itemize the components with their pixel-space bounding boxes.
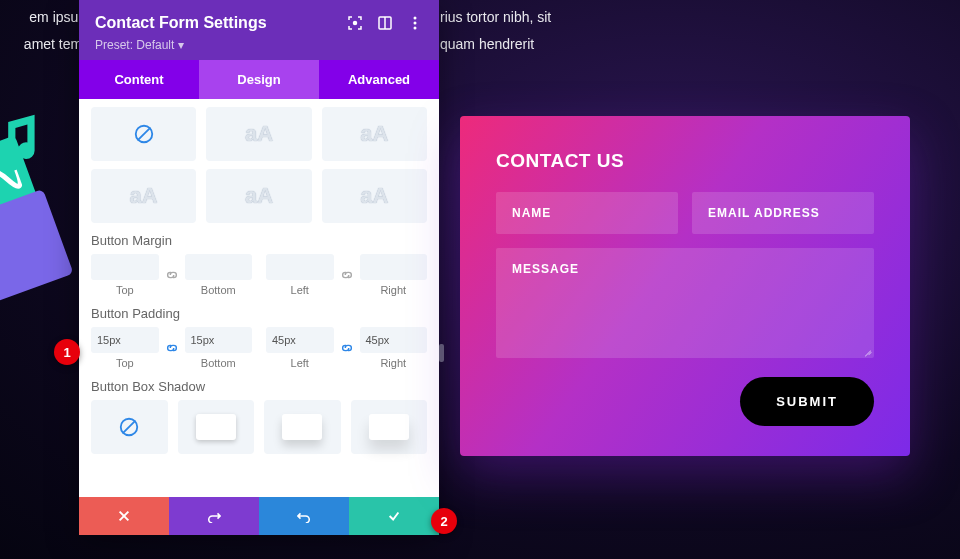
message-field[interactable]: MESSAGE xyxy=(496,248,874,358)
undo-button[interactable] xyxy=(169,497,259,535)
padding-top-input[interactable]: 15px xyxy=(91,327,159,353)
padding-left-input[interactable]: 45px xyxy=(266,327,334,353)
label-top: Top xyxy=(91,357,159,369)
message-label: MESSAGE xyxy=(512,262,579,276)
footer-buttons xyxy=(79,497,439,535)
padding-bottom-input[interactable]: 15px xyxy=(185,327,253,353)
shadow-swatch[interactable] xyxy=(178,400,255,454)
scan-icon[interactable] xyxy=(347,15,363,31)
annotation-badge-2: 2 xyxy=(431,508,457,534)
tab-design[interactable]: Design xyxy=(199,60,319,99)
label-right: Right xyxy=(360,284,428,296)
save-button[interactable] xyxy=(349,497,439,535)
contact-form-preview: CONTACT US NAME EMAIL ADDRESS MESSAGE SU… xyxy=(460,116,910,456)
background-text-left: em ipsum amet temp xyxy=(0,4,90,57)
section-box-shadow: Button Box Shadow xyxy=(91,379,427,394)
link-icon[interactable] xyxy=(340,341,354,355)
section-button-margin: Button Margin xyxy=(91,233,427,248)
email-field[interactable]: EMAIL ADDRESS xyxy=(692,192,874,234)
background-text-right: rius tortor nibh, sit quam hendrerit xyxy=(440,4,590,57)
svg-point-5 xyxy=(414,27,417,30)
link-icon[interactable] xyxy=(165,268,179,282)
aa-label: aA xyxy=(130,183,158,209)
contact-title: CONTACT US xyxy=(496,150,874,172)
label-bottom: Bottom xyxy=(185,357,253,369)
label-left: Left xyxy=(266,357,334,369)
margin-bottom-input[interactable] xyxy=(185,254,253,280)
svg-point-3 xyxy=(414,17,417,20)
style-swatch[interactable]: aA xyxy=(206,169,311,223)
section-button-padding: Button Padding xyxy=(91,306,427,321)
resize-handle-icon[interactable] xyxy=(862,346,872,356)
responsive-icon[interactable] xyxy=(377,15,393,31)
svg-line-9 xyxy=(123,421,136,434)
cancel-button[interactable] xyxy=(79,497,169,535)
panel-title: Contact Form Settings xyxy=(95,14,267,32)
margin-left-input[interactable] xyxy=(266,254,334,280)
style-swatch-none[interactable] xyxy=(91,107,196,161)
shadow-swatch[interactable] xyxy=(264,400,341,454)
svg-point-4 xyxy=(414,22,417,25)
svg-point-0 xyxy=(354,22,357,25)
settings-panel: Contact Form Settings Preset: Default ▾ … xyxy=(79,0,439,535)
panel-header: Contact Form Settings Preset: Default ▾ xyxy=(79,0,439,60)
shadow-swatch-none[interactable] xyxy=(91,400,168,454)
drag-handle[interactable] xyxy=(439,344,444,362)
style-swatch[interactable]: aA xyxy=(91,169,196,223)
label-right: Right xyxy=(360,357,428,369)
name-field[interactable]: NAME xyxy=(496,192,678,234)
aa-label: aA xyxy=(245,183,273,209)
style-swatch[interactable]: aA xyxy=(206,107,311,161)
shadow-swatch[interactable] xyxy=(351,400,428,454)
more-icon[interactable] xyxy=(407,15,423,31)
aa-label: aA xyxy=(360,121,388,147)
aa-label: aA xyxy=(245,121,273,147)
tab-content[interactable]: Content xyxy=(79,60,199,99)
padding-right-input[interactable]: 45px xyxy=(360,327,428,353)
annotation-badge-1: 1 xyxy=(54,339,80,365)
style-swatch[interactable]: aA xyxy=(322,169,427,223)
svg-line-7 xyxy=(137,128,150,141)
redo-button[interactable] xyxy=(259,497,349,535)
label-top: Top xyxy=(91,284,159,296)
panel-tabs: Content Design Advanced xyxy=(79,60,439,99)
submit-button[interactable]: SUBMIT xyxy=(740,377,874,426)
panel-body[interactable]: aA aA aA aA aA Button Margin Top Bottom … xyxy=(79,99,439,497)
tab-advanced[interactable]: Advanced xyxy=(319,60,439,99)
label-left: Left xyxy=(266,284,334,296)
aa-label: aA xyxy=(360,183,388,209)
margin-right-input[interactable] xyxy=(360,254,428,280)
preset-dropdown[interactable]: Preset: Default ▾ xyxy=(95,38,423,52)
link-icon[interactable] xyxy=(165,341,179,355)
link-icon[interactable] xyxy=(340,268,354,282)
margin-top-input[interactable] xyxy=(91,254,159,280)
label-bottom: Bottom xyxy=(185,284,253,296)
style-swatch[interactable]: aA xyxy=(322,107,427,161)
